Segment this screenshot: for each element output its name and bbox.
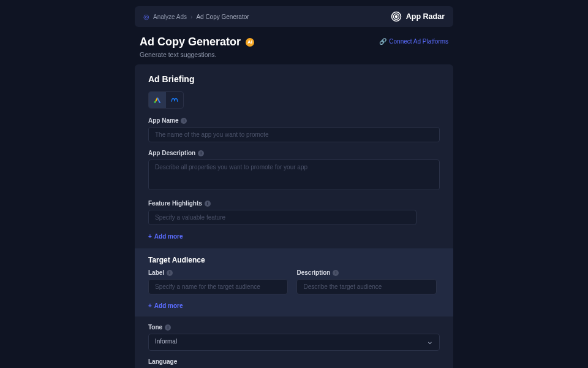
breadcrumb-root[interactable]: Analyze Ads [153,13,187,20]
tone-label: Tone i [148,324,440,331]
language-label: Language [148,358,440,365]
topbar: ◎ Analyze Ads › Ad Copy Generator App Ra… [135,6,453,27]
feature-highlights-label: Feature Highlights i [148,200,440,207]
page-title: Ad Copy Generator AI [140,36,254,48]
app-name-label: App Name i [148,117,440,124]
audience-description-input[interactable] [296,279,436,294]
svg-point-3 [154,101,156,104]
radar-icon [391,11,402,22]
info-icon[interactable]: i [333,270,339,276]
tone-select[interactable]: Informal [148,334,440,351]
info-icon[interactable]: i [165,324,171,331]
meta-icon [170,96,179,104]
tab-google-ads[interactable] [149,92,166,108]
svg-point-2 [395,16,397,18]
breadcrumb-current: Ad Copy Generator [196,13,249,20]
google-ads-icon [153,96,162,104]
target-audience-section: Target Audience Label i Description i [135,248,453,316]
target-icon: ◎ [143,13,149,21]
app-name-input[interactable] [148,127,440,142]
info-icon[interactable]: i [205,201,211,207]
audience-label-input[interactable] [148,279,288,294]
info-icon[interactable]: i [198,150,204,156]
feature-highlight-input[interactable] [148,210,417,225]
connect-label: Connect Ad Platforms [389,38,448,45]
briefing-panel: Ad Briefing App Name i App Description [135,64,453,368]
page-title-text: Ad Copy Generator [140,36,241,48]
info-icon[interactable]: i [181,118,187,124]
page-subtitle: Generate text suggestions. [140,51,254,58]
tab-meta-ads[interactable] [166,92,183,108]
page-header: Ad Copy Generator AI Generate text sugge… [135,27,453,64]
link-icon: 🔗 [379,38,386,45]
target-audience-title: Target Audience [148,256,440,264]
add-feature-button[interactable]: Add more [148,233,183,240]
app-description-label: App Description i [148,150,440,156]
chevron-right-icon: › [190,13,192,20]
platform-tabs [148,91,184,109]
breadcrumb: ◎ Analyze Ads › Ad Copy Generator [143,13,249,21]
brand: App Radar [391,11,445,22]
info-icon[interactable]: i [167,270,173,276]
ai-badge: AI [246,38,254,47]
app-description-input[interactable] [148,159,440,190]
audience-label-label: Label i [148,269,288,276]
audience-description-label: Description i [296,269,436,276]
brand-name: App Radar [406,12,445,21]
connect-ad-platforms-link[interactable]: 🔗 Connect Ad Platforms [379,38,448,45]
briefing-title: Ad Briefing [148,74,440,84]
add-audience-button[interactable]: Add more [148,302,183,309]
